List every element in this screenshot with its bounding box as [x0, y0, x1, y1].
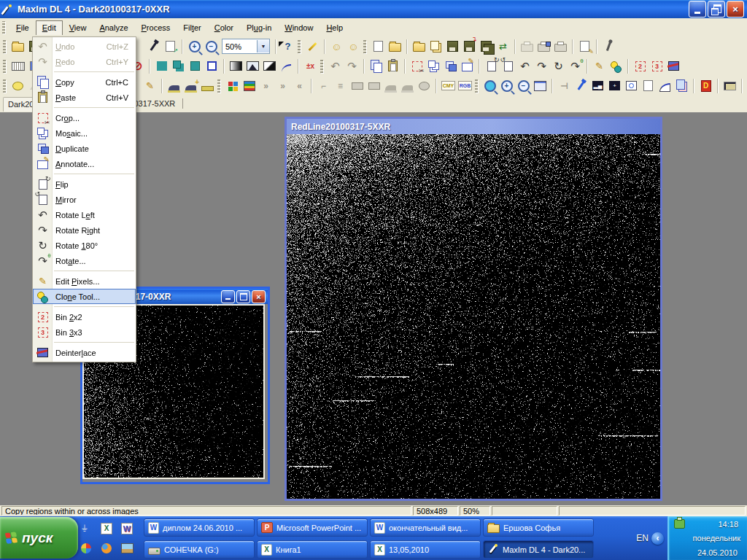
edit-script-icon[interactable] — [576, 39, 593, 55]
zoom-out-alt-icon[interactable]: − — [515, 78, 532, 94]
menu-item-edit-pixels[interactable]: ✎Edit Pixels... — [33, 273, 136, 289]
histogram-icon[interactable] — [153, 58, 170, 74]
window-redline[interactable]: RedLine20100317-5XXR — [285, 117, 662, 501]
gamma-icon[interactable] — [365, 78, 382, 94]
zoom-in-icon[interactable]: + — [186, 39, 203, 55]
taskbar-button-okonchatelny[interactable]: Wокончательный вид... — [370, 518, 481, 537]
taskbar-button-kniga1[interactable]: XКнига1 — [257, 540, 368, 559]
toolbar-grip[interactable] — [363, 40, 366, 53]
color-balance-icon[interactable]: « — [291, 78, 308, 94]
menu-analyze[interactable]: Analyze — [93, 20, 134, 35]
menu-item-paste[interactable]: PasteCtrl+V — [33, 90, 136, 105]
screen-stretch-window-icon[interactable] — [187, 58, 204, 74]
start-button[interactable]: пуск — [0, 517, 78, 559]
deinterlace-icon[interactable] — [665, 58, 682, 74]
minimize-button[interactable] — [689, 1, 706, 18]
batch-convert-icon[interactable]: ⇄ — [495, 39, 511, 55]
redline-titlebar[interactable]: RedLine20100317-5XXR — [287, 119, 660, 134]
firefox-quick-icon[interactable] — [96, 538, 117, 558]
menu-color[interactable]: Color — [208, 20, 240, 35]
toolbar-grip[interactable] — [3, 40, 6, 53]
save-all-icon[interactable] — [478, 39, 495, 55]
zoom-in-alt-icon[interactable]: + — [498, 78, 515, 94]
menu-item-annotate[interactable]: Annotate... — [33, 156, 136, 171]
menu-item-rotate[interactable]: ↷Rotate... — [33, 253, 136, 268]
taskbar-button-diplom[interactable]: Wдиплом 24.06.2010 ... — [144, 518, 255, 537]
menu-item-bin-3x3[interactable]: 3Bin 3x3 — [33, 324, 136, 340]
bin-3x3-icon[interactable]: 3 — [649, 58, 665, 74]
menu-item-mirror[interactable]: Mirror — [33, 192, 136, 207]
find-stars-icon[interactable] — [481, 78, 498, 94]
restore-button[interactable] — [708, 1, 725, 18]
open-recent-icon[interactable] — [411, 39, 427, 55]
camera-control-icon[interactable] — [145, 39, 162, 55]
menu-item-rotate-180[interactable]: ↻Rotate 180° — [33, 238, 136, 253]
context-help-icon[interactable]: ? — [279, 39, 296, 55]
toolbar-grip[interactable] — [3, 60, 6, 73]
rotate-free-icon[interactable]: ↷ — [567, 58, 584, 74]
day-vision-icon[interactable]: ☺ — [345, 39, 362, 55]
wordart-quick-icon[interactable]: W — [117, 518, 137, 538]
usb-tray-icon[interactable] — [674, 519, 685, 529]
flip-icon[interactable] — [483, 58, 500, 74]
undo-icon[interactable]: ↶ — [327, 58, 344, 74]
image-list-icon[interactable] — [532, 78, 549, 94]
menu-view[interactable]: View — [63, 20, 93, 35]
toolbar-grip[interactable] — [475, 79, 478, 93]
color-combine-icon[interactable] — [224, 78, 241, 94]
menu-help[interactable]: Help — [320, 20, 349, 35]
menu-filter[interactable]: Filter — [177, 20, 207, 35]
duplicate-icon[interactable] — [442, 58, 459, 74]
tray-collapse-button[interactable]: ‹ — [651, 532, 664, 545]
menu-edit[interactable]: Edit — [36, 20, 63, 35]
annotate-icon[interactable] — [459, 58, 476, 74]
menu-item-flip[interactable]: Flip — [33, 176, 136, 192]
toolbar-grip[interactable] — [3, 79, 6, 93]
crop-icon[interactable] — [409, 58, 425, 74]
edit-pixels-icon[interactable]: ✎ — [591, 58, 608, 74]
rotate-180-icon[interactable]: ↻ — [550, 58, 567, 74]
flatten-background-icon[interactable] — [166, 78, 182, 94]
msn-quick-icon[interactable] — [76, 538, 96, 558]
image-viewer-quick-icon[interactable] — [117, 538, 137, 558]
toolbar-grip[interactable] — [217, 79, 220, 93]
ruler-icon[interactable] — [9, 58, 26, 74]
batch-process-icon[interactable]: ⌐ — [315, 78, 332, 94]
rgb-icon[interactable]: RGB — [457, 78, 473, 94]
print-icon[interactable] — [552, 39, 569, 55]
print-preview-icon[interactable] — [519, 39, 535, 55]
menu-window[interactable]: Window — [278, 20, 320, 35]
remove-gradient-icon[interactable] — [199, 78, 216, 94]
menubar-grip[interactable] — [2, 21, 5, 34]
menu-item-copy[interactable]: CopyCtrl+C — [33, 74, 136, 90]
taskbar-button-powerpoint[interactable]: PMicrosoft PowerPoint ... — [257, 518, 368, 537]
taskbar-button-maxim[interactable]: MaxIm DL 4 - Dark20... — [483, 540, 594, 559]
color-split-icon[interactable]: » — [274, 78, 291, 94]
magic-wand-icon[interactable] — [304, 39, 321, 55]
rotate-left-icon[interactable]: ↶ — [516, 58, 533, 74]
rotate-right-icon[interactable]: ↷ — [533, 58, 550, 74]
exit-icon[interactable] — [600, 39, 617, 55]
ccd-graph-icon[interactable]: ▂▄ — [589, 78, 606, 94]
menu-item-duplicate[interactable]: Duplicate — [33, 141, 136, 156]
presentation-icon[interactable] — [721, 78, 738, 94]
lasso-icon[interactable] — [9, 78, 26, 94]
dark-close-button[interactable]: × — [252, 290, 266, 303]
toolbar-grip[interactable] — [298, 40, 301, 53]
inspect-icon[interactable] — [623, 78, 640, 94]
night-vision-icon[interactable]: ☺ — [328, 39, 345, 55]
close-button[interactable]: × — [727, 1, 744, 18]
smooth-gray-icon[interactable] — [399, 78, 416, 94]
menu-item-deinterlace[interactable]: Deinterlace — [33, 345, 136, 360]
save-file-icon[interactable] — [444, 39, 461, 55]
copy-icon[interactable] — [368, 58, 384, 74]
guide-crosshair-icon[interactable]: + — [606, 78, 623, 94]
redline-image[interactable] — [287, 134, 660, 499]
redo-icon[interactable]: ↷ — [344, 58, 360, 74]
menu-item-mosaic[interactable]: Mosaic... — [33, 125, 136, 141]
toolbar-grip[interactable] — [320, 60, 323, 73]
paste-icon[interactable] — [384, 58, 401, 74]
bin-2x2-icon[interactable]: 2 — [632, 58, 649, 74]
zoom-out-icon[interactable]: − — [203, 39, 220, 55]
mirror-icon[interactable] — [500, 58, 516, 74]
